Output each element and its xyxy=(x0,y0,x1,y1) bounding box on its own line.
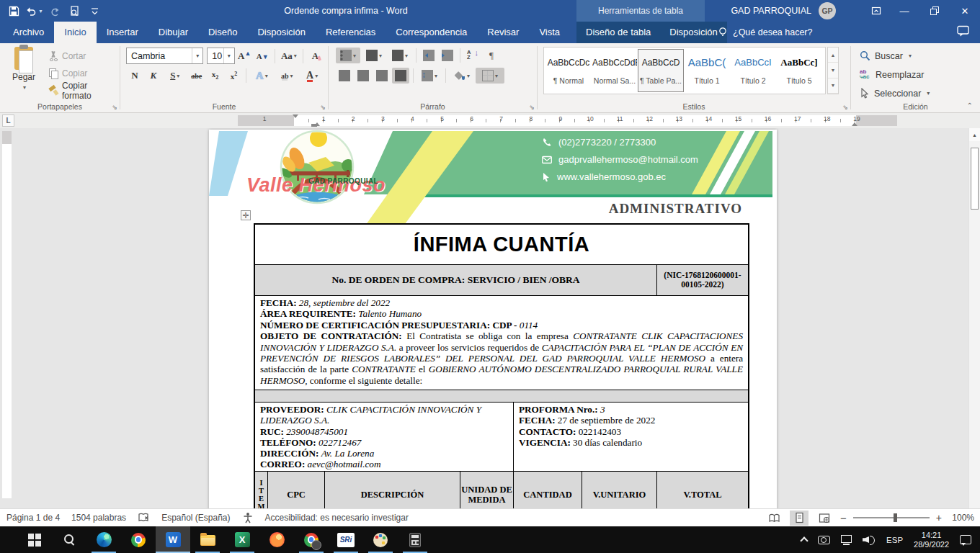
clock[interactable]: 14:21 28/9/2022 xyxy=(914,531,949,549)
paste-dropdown-arrow[interactable]: ▾ xyxy=(23,84,26,91)
style-titulo-1[interactable]: AaBbC(Título 1 xyxy=(684,49,730,92)
style-normal-sa-[interactable]: AaBbCcDdENormal Sa... xyxy=(592,49,638,92)
align-left-button[interactable] xyxy=(336,68,353,84)
right-indent-marker[interactable] xyxy=(852,120,858,126)
cut-button[interactable]: Cortar xyxy=(45,48,120,64)
paint-taskbar-button[interactable] xyxy=(363,526,398,553)
accessibility-icon[interactable] xyxy=(242,512,254,523)
underline-button[interactable]: S▾ xyxy=(164,68,187,84)
print-layout-button[interactable] xyxy=(790,511,808,526)
minimize-button[interactable]: — xyxy=(889,0,919,22)
tab-archivo[interactable]: Archivo xyxy=(3,22,54,43)
browser-profile-taskbar-button[interactable] xyxy=(294,526,329,553)
customize-qat-button[interactable] xyxy=(85,1,104,20)
paragraph-dialog-launcher-icon[interactable]: ⇘ xyxy=(529,104,535,111)
redo-button[interactable] xyxy=(45,1,63,20)
strikethrough-button[interactable]: abe xyxy=(188,68,205,84)
sort-button[interactable]: AZ xyxy=(464,48,481,63)
account[interactable]: GAD PARROQUIAL GP xyxy=(731,0,836,22)
avatar[interactable]: GP xyxy=(819,2,836,19)
action-center-icon[interactable] xyxy=(960,535,971,544)
bold-button[interactable]: N xyxy=(126,68,143,84)
chrome-taskbar-button[interactable] xyxy=(121,526,156,553)
table-move-handle[interactable]: ✛ xyxy=(241,210,251,220)
decrease-indent-button[interactable] xyxy=(420,48,437,63)
tell-me-box[interactable]: ¿Qué desea hacer? xyxy=(718,22,813,43)
replace-button[interactable]: ab⤷ac Reemplazar xyxy=(860,66,930,83)
page-count[interactable]: Página 1 de 4 xyxy=(6,513,60,523)
tab-revisar[interactable]: Revisar xyxy=(477,22,529,43)
tab-insertar[interactable]: Insertar xyxy=(97,22,148,43)
accessibility-status[interactable]: Accesibilidad: es necesario investigar xyxy=(265,513,409,523)
clear-formatting-button[interactable]: A xyxy=(307,48,324,64)
close-button[interactable]: ✕ xyxy=(950,0,980,22)
show-marks-button[interactable]: ¶ xyxy=(483,48,500,63)
superscript-button[interactable]: x2 xyxy=(226,68,243,84)
style--table-pa-[interactable]: AaBbCcD¶ Table Pa... xyxy=(638,49,684,92)
document-page[interactable]: Valle Hermoso GAD PARROQUIAL (02)2773220… xyxy=(209,130,777,508)
tray-chevron-icon[interactable] xyxy=(801,536,807,544)
volume-icon[interactable] xyxy=(863,535,876,544)
zoom-out-button[interactable]: − xyxy=(840,512,847,524)
tab-correspondencia[interactable]: Correspondencia xyxy=(386,22,477,43)
clipboard-dialog-launcher-icon[interactable]: ⇘ xyxy=(112,104,117,111)
proofing-error-icon[interactable] xyxy=(138,512,150,523)
align-center-button[interactable] xyxy=(355,68,372,84)
tab-disposicion[interactable]: Disposición xyxy=(247,22,315,43)
file-explorer-taskbar-button[interactable] xyxy=(190,526,225,553)
highlight-button[interactable]: ab▾ xyxy=(275,68,299,84)
undo-button[interactable]: ▾ xyxy=(24,1,43,20)
contextual-tab-diseno-de-tabla[interactable]: Diseño de tabla xyxy=(576,22,660,43)
justify-button[interactable] xyxy=(392,68,409,84)
print-preview-button[interactable] xyxy=(65,1,84,20)
line-spacing-button[interactable]: ▾ xyxy=(417,68,442,84)
font-size-combo[interactable]: 10▾ xyxy=(207,48,235,64)
italic-button[interactable]: K xyxy=(145,68,162,84)
firefox-taskbar-button[interactable] xyxy=(259,526,294,553)
font-family-combo[interactable]: Cambria▾ xyxy=(126,48,203,64)
numbering-button[interactable]: ▾ xyxy=(362,48,386,63)
language-indicator[interactable]: ESP xyxy=(886,536,903,544)
word-taskbar-button[interactable]: W xyxy=(156,526,190,553)
paste-button[interactable]: Pegar ▾ xyxy=(6,47,42,99)
left-indent-marker[interactable] xyxy=(311,124,317,127)
scrollbar-thumb[interactable] xyxy=(971,148,979,210)
styles-scroll-down-icon[interactable]: ▼ xyxy=(828,63,838,78)
zoom-in-button[interactable]: + xyxy=(936,512,942,523)
select-button[interactable]: Seleccionar▾ xyxy=(860,85,930,102)
restore-button[interactable] xyxy=(919,0,950,22)
ribbon-display-options-button[interactable] xyxy=(863,0,889,22)
search-taskbar-button[interactable] xyxy=(52,526,86,553)
copy-button[interactable]: Copiar xyxy=(45,66,120,81)
styles-more-icon[interactable]: ▼ xyxy=(828,78,838,94)
edge-taskbar-button[interactable] xyxy=(86,526,121,553)
comments-button[interactable] xyxy=(957,25,970,40)
excel-taskbar-button[interactable]: X xyxy=(225,526,259,553)
word-count[interactable]: 1504 palabras xyxy=(71,513,126,523)
shrink-font-button[interactable]: A▼ xyxy=(254,48,271,64)
vertical-ruler[interactable] xyxy=(2,131,12,498)
tab-stop-selector[interactable]: L xyxy=(2,114,14,127)
borders-button[interactable]: ▾ xyxy=(476,68,504,84)
multilevel-list-button[interactable]: ▾ xyxy=(388,48,412,63)
style-titulo-5[interactable]: AaBbCc]Título 5 xyxy=(776,49,822,92)
tab-referencias[interactable]: Referencias xyxy=(316,22,386,43)
style--normal[interactable]: AaBbCcDc¶ Normal xyxy=(545,49,592,92)
bullets-button[interactable]: ▾ xyxy=(336,48,360,63)
subscript-button[interactable]: x2 xyxy=(207,68,224,84)
font-dialog-launcher-icon[interactable]: ⇘ xyxy=(320,104,326,111)
shading-button[interactable]: ▾ xyxy=(450,68,474,84)
zoom-slider-thumb[interactable] xyxy=(894,513,897,522)
scroll-up-icon[interactable]: ▲ xyxy=(969,128,980,141)
grow-font-button[interactable]: A▲ xyxy=(236,48,253,64)
start-taskbar-button[interactable] xyxy=(17,526,52,553)
zoom-level[interactable]: 100% xyxy=(948,513,974,523)
find-button[interactable]: Buscar▾ xyxy=(860,48,930,64)
vertical-scrollbar[interactable]: ▲ xyxy=(968,128,980,508)
meet-now-icon[interactable] xyxy=(818,536,830,544)
styles-scroll-up-icon[interactable]: ▲ xyxy=(828,48,838,63)
collapse-ribbon-icon[interactable]: ⌃ xyxy=(967,102,973,109)
first-line-indent-marker[interactable] xyxy=(293,114,298,121)
sri-taskbar-button[interactable]: SRi xyxy=(329,526,363,553)
font-color-button[interactable]: A▾ xyxy=(300,68,324,84)
